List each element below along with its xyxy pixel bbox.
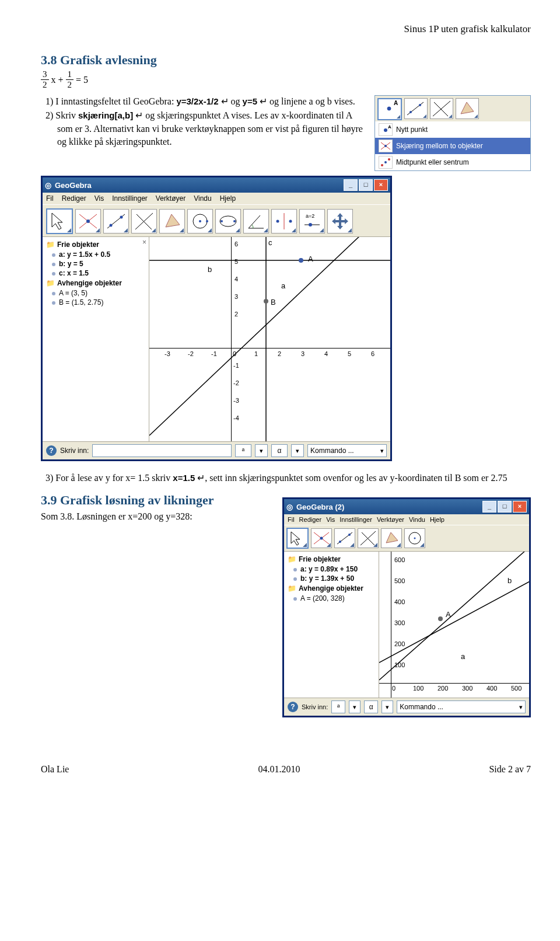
titlebar[interactable]: ◎ GeoGebra (2) _ □ × [284,499,529,514]
close-button[interactable]: × [374,179,388,191]
tool-polygon-button[interactable] [456,98,479,119]
menu-vindu[interactable]: Vindu [409,516,425,523]
tick-label: 100 [413,685,424,692]
point-label: A [308,255,313,263]
tick-label: -1 [233,362,239,369]
svg-line-2 [407,102,424,115]
menu-hjelp[interactable]: Hjelp [430,516,444,523]
exponent-button[interactable]: ª [331,700,345,713]
tool-line-button[interactable] [404,98,428,119]
app-icon: ◎ [45,181,51,190]
command-dropdown[interactable]: Kommando ...▾ [307,444,387,457]
popup-item-intersection[interactable]: Skjæring mellom to objekter [375,138,530,154]
tool-polygon[interactable] [381,528,402,548]
tool-line[interactable] [103,209,129,233]
dropdown-icon[interactable]: ▾ [255,444,268,457]
algebra-item[interactable]: b: y = 1.39x + 50 [300,574,376,583]
svg-text:A: A [388,124,391,130]
close-button[interactable]: × [513,501,527,513]
alpha-button[interactable]: α [271,444,288,457]
menu-hjelp[interactable]: Hjelp [220,194,236,203]
menu-verktoyer[interactable]: Verktøyer [377,516,404,523]
help-icon[interactable]: ? [288,702,298,712]
menu-rediger[interactable]: Rediger [62,194,86,203]
line-label: b [208,265,212,274]
menu-vis[interactable]: Vis [94,194,104,203]
folder-icon: 📁 [46,241,55,249]
tool-circle[interactable] [187,209,213,233]
tick-label: -1 [211,350,217,357]
menu-vis[interactable]: Vis [326,516,335,523]
tool-intersection[interactable] [75,209,101,233]
graphics-view[interactable]: -3 -2 -1 0 1 2 3 4 5 6 6 5 4 3 2 -1 -2 -… [149,237,390,441]
line-label: a [461,652,465,661]
tool-reflect[interactable] [271,209,297,233]
eq-text: x + [51,75,64,85]
tick-label: 3 [301,350,304,357]
svg-line-6 [434,102,448,116]
maximize-button[interactable]: □ [359,179,373,191]
dropdown-icon[interactable]: ▾ [349,700,360,713]
menu-fil[interactable]: Fil [288,516,295,523]
command-input[interactable] [92,444,232,457]
tool-point-button[interactable]: A [377,98,402,120]
eq-text: = 5 [76,75,88,85]
menu-vindu[interactable]: Vindu [194,194,211,203]
titlebar[interactable]: ◎ GeoGebra _ □ × [43,177,390,193]
algebra-folder-free[interactable]: 📁Frie objekter [46,241,146,249]
tick-label: 200 [394,640,405,647]
menu-innstillinger[interactable]: Innstillinger [340,516,372,523]
help-icon[interactable]: ? [46,445,57,456]
algebra-item[interactable]: b: y = 5 [59,259,146,269]
tool-move[interactable] [46,208,73,234]
menu-fil[interactable]: Fil [46,194,54,203]
algebra-item[interactable]: c: x = 1.5 [59,269,146,278]
tool-perpendicular[interactable] [131,209,157,233]
algebra-folder-free[interactable]: 📁Frie objekter [288,555,376,563]
folder-label: Frie objekter [299,555,341,563]
tool-angle[interactable] [243,209,269,233]
alpha-button[interactable]: α [364,700,378,713]
graphics-view[interactable]: 600 500 400 300 200 100 0 100 200 300 40… [379,552,529,698]
tool-polygon[interactable] [159,209,185,233]
minimize-button[interactable]: _ [482,501,496,513]
tool-perpendicular-button[interactable] [430,98,453,119]
input-bar: ? Skriv inn: ª ▾ α ▾ Kommando ...▾ [43,441,390,459]
algebra-item[interactable]: B = (1.5, 2.75) [59,298,146,307]
dropdown-icon[interactable]: ▾ [291,444,304,457]
tool-circle[interactable] [404,528,425,548]
tool-line[interactable] [334,528,355,548]
minimize-button[interactable]: _ [344,179,358,191]
tool-move-view[interactable] [327,209,353,233]
close-panel-icon[interactable]: × [142,238,146,246]
svg-point-15 [384,161,387,163]
tick-label: 0 [233,350,236,357]
menu-verktoyer[interactable]: Verktøyer [156,194,186,203]
tool-move[interactable] [286,528,309,549]
algebra-folder-dep[interactable]: 📁Avhengige objekter [288,584,376,593]
tool-perpendicular[interactable] [358,528,379,548]
tick-label: 4 [235,276,238,283]
frac-num: 3 [41,70,49,80]
menu-innstillinger[interactable]: Innstillinger [112,194,148,203]
svg-point-14 [388,158,390,161]
algebra-item[interactable]: A = (200, 328) [300,594,376,603]
menu-rediger[interactable]: Rediger [299,516,322,523]
svg-text:A: A [394,100,398,106]
maximize-button[interactable]: □ [498,501,512,513]
tool-intersection[interactable] [311,528,332,548]
algebra-item[interactable]: A = (3, 5) [59,288,146,298]
popup-item-midpoint[interactable]: Midtpunkt eller sentrum [375,154,530,170]
algebra-item[interactable]: a: y = 1.5x + 0.5 [59,250,146,259]
tool-slider[interactable]: a=2 [299,209,325,233]
algebra-item[interactable]: a: y = 0.89x + 150 [300,564,376,574]
command-dropdown[interactable]: Kommando ...▾ [397,700,526,713]
tick-label: 200 [438,685,448,692]
popup-item-new-point[interactable]: A Nytt punkt [375,121,530,138]
dropdown-icon[interactable]: ▾ [382,700,393,713]
frac-den: 2 [41,80,49,89]
algebra-folder-dep[interactable]: 📁Avhengige objekter [46,279,146,287]
exponent-button[interactable]: ª [235,444,251,457]
tool-conic[interactable] [215,209,241,233]
tick-label: 0 [392,685,396,692]
